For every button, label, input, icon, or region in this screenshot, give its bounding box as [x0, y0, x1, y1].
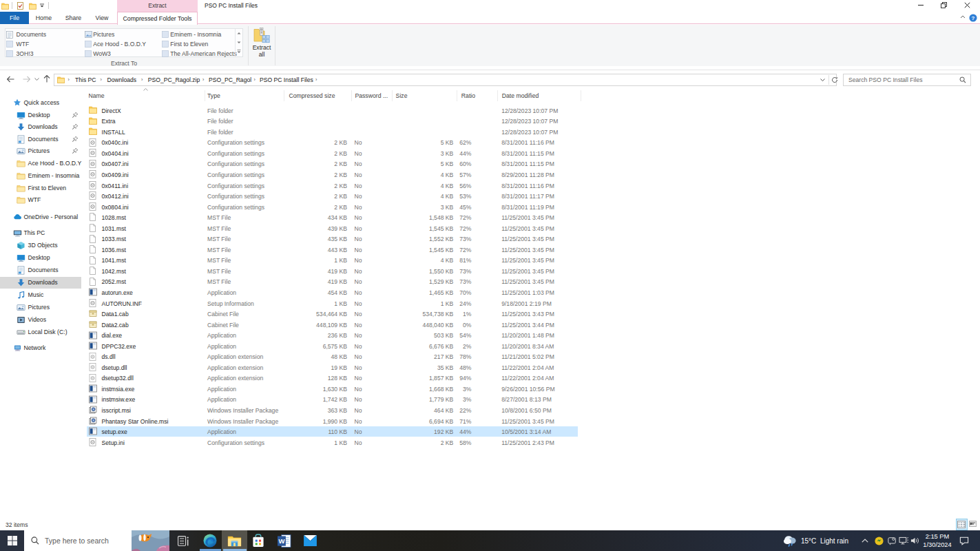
svg-text:?: ? — [972, 15, 975, 21]
svg-text:W: W — [278, 537, 284, 544]
